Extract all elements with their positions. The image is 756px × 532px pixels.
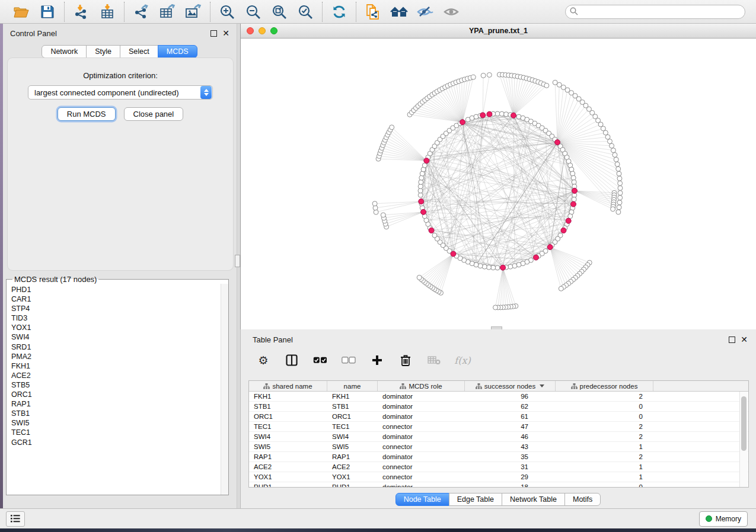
cell-predecessor-nodes: 0 [556, 412, 653, 421]
mcds-result-item[interactable]: CAR1 [11, 294, 221, 304]
export-image-icon[interactable] [184, 3, 202, 21]
mcds-result-item[interactable]: GCR1 [11, 438, 221, 447]
tab-network-table[interactable]: Network Table [502, 493, 565, 506]
cell-MCDS-role: connector [378, 472, 465, 482]
neighbors-icon[interactable] [390, 3, 408, 21]
unselect-all-icon[interactable] [341, 352, 356, 368]
cell-name: ORC1 [327, 412, 378, 421]
tab-select[interactable]: Select [120, 45, 158, 58]
select-all-icon[interactable] [312, 352, 328, 368]
table-scrollbar-thumb[interactable] [741, 396, 747, 451]
mcds-hub-node [561, 227, 566, 233]
export-network-icon[interactable] [132, 3, 150, 21]
close-panel-button[interactable]: Close panel [124, 107, 184, 121]
mcds-result-item[interactable]: STB5 [11, 380, 221, 390]
table-row[interactable]: FKH1FKH1dominator962 [249, 392, 748, 402]
float-table-panel-icon[interactable] [729, 336, 735, 343]
table-row[interactable]: SWI5SWI5connector431 [249, 442, 748, 452]
mcds-result-item[interactable]: YOX1 [11, 323, 221, 332]
zoom-selected-icon[interactable] [296, 3, 314, 21]
table-row[interactable]: STB1STB1dominator620 [249, 402, 748, 412]
network-canvas[interactable] [241, 39, 756, 330]
hide-selected-icon[interactable] [416, 3, 434, 21]
network-window-titlebar[interactable]: YPA_prune.txt_1 [241, 24, 756, 39]
mcds-result-item[interactable]: RAP1 [11, 399, 221, 409]
close-panel-icon[interactable]: ✕ [222, 29, 229, 37]
table-row[interactable]: SWI4SWI4dominator462 [249, 432, 748, 442]
zoom-in-icon[interactable] [218, 3, 236, 21]
table-scrollbar[interactable] [739, 392, 748, 487]
column-header-shared-name[interactable]: shared name [249, 381, 327, 391]
mcds-result-item[interactable]: STB1 [11, 409, 221, 418]
delete-column-icon[interactable] [398, 352, 413, 368]
leaf-node [372, 201, 377, 206]
mcds-list-scrollbar[interactable] [221, 284, 228, 495]
mcds-result-item[interactable]: SRD1 [11, 342, 221, 352]
close-table-panel-icon[interactable]: ✕ [741, 335, 748, 344]
mcds-result-item[interactable]: TID3 [11, 313, 221, 323]
task-list-button[interactable] [6, 511, 25, 527]
column-header-predecessor-nodes[interactable]: predecessor nodes [556, 381, 653, 391]
function-builder-icon: f(x) [455, 352, 470, 368]
zoom-fit-icon[interactable] [270, 3, 288, 21]
tab-mcds[interactable]: MCDS [158, 45, 197, 58]
mcds-result-item[interactable]: ACE2 [11, 371, 221, 380]
criterion-dropdown[interactable]: largest connected component (undirected) [28, 85, 213, 100]
run-mcds-button[interactable]: Run MCDS [58, 107, 116, 121]
cell-predecessor-nodes: 2 [556, 422, 653, 431]
table-row[interactable]: YOX1YOX1connector291 [249, 472, 748, 482]
mcds-result-item[interactable]: PMA2 [11, 352, 221, 361]
mcds-result-item[interactable]: TEC1 [11, 428, 221, 437]
tab-style[interactable]: Style [86, 45, 120, 58]
clone-network-icon[interactable] [364, 3, 382, 21]
memory-status-icon [706, 515, 712, 522]
column-header-name[interactable]: name [327, 381, 378, 391]
desktop-wallpaper-bottom [0, 528, 756, 532]
tab-edge-table[interactable]: Edge Table [449, 493, 502, 506]
cell-shared-name: TEC1 [249, 422, 327, 431]
save-session-icon[interactable] [39, 3, 56, 21]
tab-motifs[interactable]: Motifs [564, 493, 601, 506]
network-window: YPA_prune.txt_1 [240, 24, 756, 329]
mcds-result-list[interactable]: PHD1CAR1STP4TID3YOX1SWI4SRD1PMA2FKH1ACE2… [7, 284, 221, 495]
leaf-node [617, 176, 622, 181]
leaf-node [544, 83, 549, 88]
export-table-icon[interactable] [158, 3, 176, 21]
mcds-hub-node [500, 265, 506, 270]
ring-node [422, 163, 427, 168]
table-row[interactable]: RAP1RAP1dominator352 [249, 452, 748, 462]
tab-node-table[interactable]: Node Table [395, 493, 449, 506]
vertical-splitter-grip[interactable] [235, 255, 240, 267]
import-table-icon[interactable] [98, 3, 116, 21]
mcds-result-item[interactable]: SWI4 [11, 332, 221, 342]
ring-node [568, 214, 573, 219]
add-column-icon[interactable] [369, 352, 385, 368]
ring-node [512, 264, 517, 268]
table-row[interactable]: ACE2ACE2connector311 [249, 462, 748, 472]
optimization-criterion-label: Optimization criterion: [8, 71, 233, 80]
memory-button[interactable]: Memory [699, 511, 748, 527]
mcds-result-item[interactable]: SWI5 [11, 418, 221, 428]
zoom-out-icon[interactable] [244, 3, 262, 21]
import-network-icon[interactable] [72, 3, 90, 21]
refresh-icon[interactable] [330, 3, 348, 21]
table-row[interactable]: ORC1ORC1dominator610 [249, 412, 748, 422]
open-file-icon[interactable] [12, 3, 30, 21]
leaf-node [605, 134, 610, 139]
gear-icon[interactable]: ⚙ [256, 352, 271, 368]
tab-network[interactable]: Network [42, 45, 87, 58]
table-panel-tabs: Node TableEdge TableNetwork TableMotifs [241, 493, 756, 506]
column-header-MCDS-role[interactable]: MCDS role [378, 381, 465, 391]
table-row[interactable]: PHD1PHD1dominator180 [249, 482, 748, 488]
float-panel-icon[interactable] [210, 30, 217, 37]
table-row[interactable]: TEC1TEC1connector472 [249, 422, 748, 432]
mcds-result-item[interactable]: STP4 [11, 304, 221, 313]
mcds-result-item[interactable]: PHD1 [11, 285, 221, 294]
search-input[interactable] [565, 5, 745, 19]
column-browser-icon[interactable] [284, 352, 299, 368]
column-header-successor-nodes[interactable]: successor nodes [465, 381, 556, 391]
mcds-result-item[interactable]: ORC1 [11, 390, 221, 399]
mcds-result-item[interactable]: FKH1 [11, 361, 221, 371]
show-all-icon[interactable] [442, 3, 460, 21]
cell-predecessor-nodes: 2 [556, 392, 653, 401]
